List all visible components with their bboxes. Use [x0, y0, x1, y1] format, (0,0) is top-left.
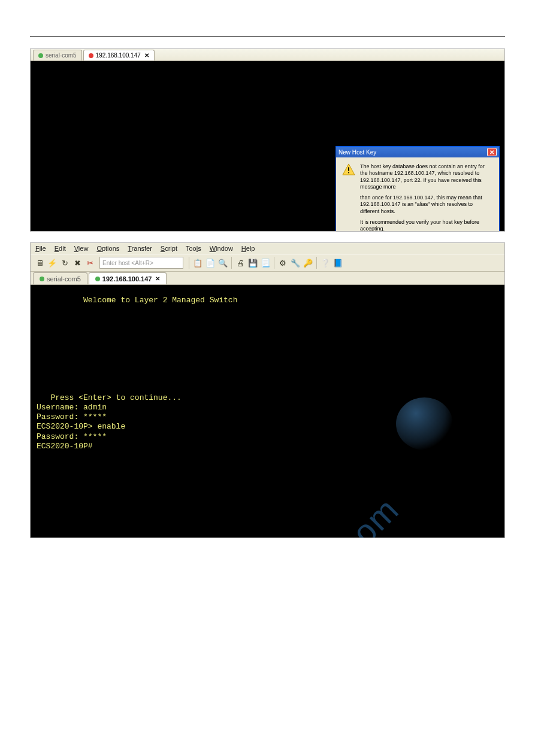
status-led-icon: [40, 277, 44, 281]
close-button[interactable]: ✕: [487, 148, 497, 156]
term-password: Password: *****: [37, 412, 498, 422]
key-icon[interactable]: 🔑: [303, 257, 313, 268]
term-press-enter: Press <Enter> to continue...: [37, 393, 498, 403]
connect-icon[interactable]: 🖥: [34, 257, 45, 268]
printer-icon[interactable]: 🖨: [235, 257, 246, 268]
term-enable: ECS2020-10P> enable: [37, 422, 498, 432]
tools-icon[interactable]: 🔧: [290, 257, 301, 268]
menu-view[interactable]: View: [74, 245, 89, 252]
menu-window[interactable]: Window: [210, 245, 233, 252]
find-icon[interactable]: 🔍: [217, 257, 228, 268]
close-icon[interactable]: ✕: [144, 52, 149, 59]
tab-label: 192.168.100.147: [96, 52, 141, 59]
dialog-body: The host key database does not contain a…: [336, 157, 499, 232]
quick-connect-icon[interactable]: ⚡: [47, 257, 58, 268]
term-prompt: ECS2020-10P#: [37, 442, 498, 451]
status-led-icon: [95, 277, 100, 281]
header-rule: [30, 36, 505, 37]
tab-label: serial-com5: [47, 275, 81, 283]
status-led-icon: [38, 53, 43, 58]
dialog-titlebar[interactable]: New Host Key ✕: [336, 147, 499, 157]
menu-edit[interactable]: Edit: [55, 245, 66, 252]
screenshot-login-terminal: File Edit View Options Transfer Script T…: [30, 242, 505, 538]
reconnect-icon[interactable]: ↻: [59, 257, 70, 268]
save-icon[interactable]: 💾: [247, 257, 258, 268]
term-password2: Password: *****: [37, 432, 498, 442]
status-led-icon: [89, 53, 93, 58]
about-icon[interactable]: 📘: [333, 257, 343, 268]
menu-tools[interactable]: Tools: [186, 245, 201, 252]
tab-bar: serial-com5 192.168.100.147 ✕: [31, 49, 504, 61]
separator: [189, 257, 189, 269]
screenshot-hostkey-dialog: serial-com5 192.168.100.147 ✕ New Host K…: [30, 48, 505, 232]
terminal-area[interactable]: Welcome to Layer 2 Managed Switch Press …: [31, 285, 504, 538]
menu-help[interactable]: Help: [241, 245, 255, 252]
tab-bar: serial-com5 192.168.100.147 ✕: [31, 272, 504, 285]
menu-file[interactable]: File: [35, 245, 46, 252]
term-welcome: Welcome to Layer 2 Managed Switch: [37, 296, 498, 305]
session-manager-icon[interactable]: ✂: [84, 257, 95, 268]
new-host-key-dialog: New Host Key ✕ The host key database doe…: [335, 146, 500, 232]
tab-ip[interactable]: 192.168.100.147 ✕: [83, 50, 155, 60]
separator: [316, 257, 317, 269]
dialog-p2: than once for 192.168.100.147, this may …: [360, 195, 493, 215]
disconnect-icon[interactable]: ✖: [72, 257, 83, 268]
close-icon[interactable]: ✕: [155, 275, 160, 282]
help-icon[interactable]: ❔: [320, 257, 331, 268]
toolbar: 🖥 ⚡ ↻ ✖ ✂ Enter host <Alt+R> 📋 📄 🔍 🖨 💾 📃…: [31, 254, 504, 272]
tab-serial-com5[interactable]: serial-com5: [33, 50, 82, 60]
dialog-p1: The host key database does not contain a…: [360, 163, 493, 190]
copy-icon[interactable]: 📋: [192, 257, 203, 268]
separator: [231, 257, 232, 269]
host-input[interactable]: Enter host <Alt+R>: [99, 257, 183, 269]
dialog-p3: It is recommended you verify your host k…: [360, 219, 493, 232]
svg-rect-1: [348, 172, 349, 174]
settings-icon[interactable]: ⚙: [277, 257, 288, 268]
menu-transfer[interactable]: Transfer: [128, 245, 152, 252]
menu-options[interactable]: Options: [96, 245, 119, 252]
svg-rect-0: [348, 167, 349, 171]
tab-label: 192.168.100.147: [102, 275, 152, 283]
dialog-text: The host key database does not contain a…: [360, 163, 493, 232]
tab-label: serial-com5: [46, 52, 77, 59]
menu-script[interactable]: Script: [161, 245, 177, 252]
term-username: Username: admin: [37, 403, 498, 412]
menu-bar: File Edit View Options Transfer Script T…: [31, 243, 504, 254]
log-icon[interactable]: 📃: [260, 257, 271, 268]
separator: [274, 257, 274, 269]
warning-icon: [342, 163, 355, 175]
tab-ip[interactable]: 192.168.100.147 ✕: [89, 272, 167, 284]
tab-serial-com5[interactable]: serial-com5: [33, 272, 87, 284]
paste-icon[interactable]: 📄: [205, 257, 216, 268]
dialog-title: New Host Key: [338, 149, 376, 156]
